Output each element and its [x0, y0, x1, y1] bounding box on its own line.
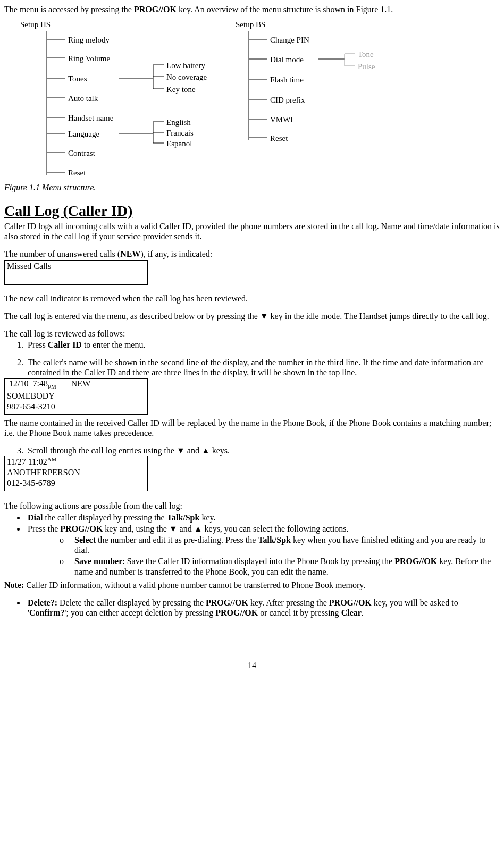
section-title: Call Log (Caller ID): [4, 202, 500, 220]
action-delete: Delete?: Delete the caller displayed by …: [26, 598, 500, 618]
lcd2-line2: SOMEBODY: [7, 391, 145, 401]
lcd3-line1: 11/27 11:02AM: [7, 456, 145, 467]
figure-caption: Figure 1.1 Menu structure.: [4, 182, 500, 192]
tones-sub-low-battery: Low battery: [166, 61, 205, 70]
intro-key: PROG//OK: [134, 5, 177, 14]
bs-title: Setup BS: [236, 20, 265, 29]
step-2: The caller's name will be shown in the s…: [26, 357, 500, 377]
action-dial: Dial the caller displayed by pressing th…: [26, 512, 500, 523]
lcd3-line2: ANOTHERPERSON: [7, 467, 145, 478]
steps-list: Press Caller ID to enter the menu. The c…: [4, 340, 500, 378]
lcd2-line1: 12/10 7:48PM NEW: [7, 379, 145, 391]
subaction-select: o Select the number and edit it as pre-d…: [60, 535, 500, 555]
intro-pre: The menu is accessed by pressing the: [4, 5, 134, 14]
bs-item-reset: Reset: [270, 133, 288, 143]
page-number: 14: [4, 660, 500, 670]
steps-list-2: Scroll through the call log entries usin…: [4, 445, 500, 456]
p7: The following actions are possible from …: [4, 501, 500, 511]
tones-sub-no-coverage: No coverage: [166, 72, 207, 82]
actions-list-2: Delete?: Delete the caller displayed by …: [4, 598, 500, 618]
bs-item-change-pin: Change PIN: [270, 35, 309, 45]
p3: The new call indicator is removed when t…: [4, 293, 500, 304]
hs-item-language: Language: [68, 129, 99, 139]
p5: The call log is reviewed as follows:: [4, 329, 500, 339]
lcd1-line1: Missed Calls: [7, 261, 145, 272]
hs-item-handset-name: Handset name: [68, 113, 113, 123]
hs-item-reset: Reset: [68, 168, 86, 178]
p6: The name contained in the received Calle…: [4, 418, 500, 438]
step-3: Scroll through the call log entries usin…: [26, 445, 500, 456]
lcd-entry-2: 11/27 11:02AM ANOTHERPERSON 012-345-6789: [4, 456, 148, 491]
lcd2-line3: 987-654-3210: [7, 401, 145, 412]
actions-list: Dial the caller displayed by pressing th…: [4, 512, 500, 577]
intro-paragraph: The menu is accessed by pressing the PRO…: [4, 4, 500, 14]
tones-sub-key-tone: Key tone: [166, 85, 196, 94]
hs-item-tones: Tones: [68, 74, 87, 83]
lang-sub-english: English: [166, 117, 191, 127]
subaction-save: o Save number: Save the Caller ID inform…: [60, 556, 500, 576]
note: Note: Caller ID information, without a v…: [4, 580, 500, 590]
action-prog-ok: Press the PROG//OK key and, using the ▼ …: [26, 524, 500, 577]
bs-item-flash-time: Flash time: [270, 75, 304, 85]
subactions: o Select the number and edit it as pre-d…: [60, 535, 500, 577]
bs-item-dial-mode: Dial mode: [270, 55, 304, 64]
menu-structure-diagram: Setup HS Setup BS Ring melody Ring Volum…: [4, 15, 499, 180]
bs-item-cid-prefix: CID prefix: [270, 95, 305, 105]
lcd3-line3: 012-345-6789: [7, 478, 145, 489]
lang-sub-francais: Francais: [166, 128, 194, 138]
p4: The call log is entered via the menu, as…: [4, 311, 500, 321]
hs-item-contrast: Contrast: [68, 148, 95, 158]
lang-sub-espanol: Espanol: [166, 139, 192, 148]
lcd-entry-new: 12/10 7:48PM NEW SOMEBODY 987-654-3210: [4, 378, 148, 415]
hs-item-ring-volume: Ring Volume: [68, 54, 110, 63]
hs-item-auto-talk: Auto talk: [68, 94, 98, 103]
dial-sub-pulse: Pulse: [358, 62, 375, 71]
bs-item-vmwi: VMWI: [270, 115, 293, 124]
intro-post: key. An overview of the menu structure i…: [177, 5, 393, 14]
dial-sub-tone: Tone: [358, 49, 374, 59]
p1: Caller ID logs all incoming calls with a…: [4, 221, 500, 241]
step-1: Press Caller ID to enter the menu.: [26, 340, 500, 350]
p2: The number of unanswered calls (NEW), if…: [4, 249, 500, 259]
lcd-missed-calls: Missed Calls: [4, 260, 148, 285]
hs-title: Setup HS: [20, 20, 51, 29]
hs-item-ring-melody: Ring melody: [68, 35, 110, 45]
